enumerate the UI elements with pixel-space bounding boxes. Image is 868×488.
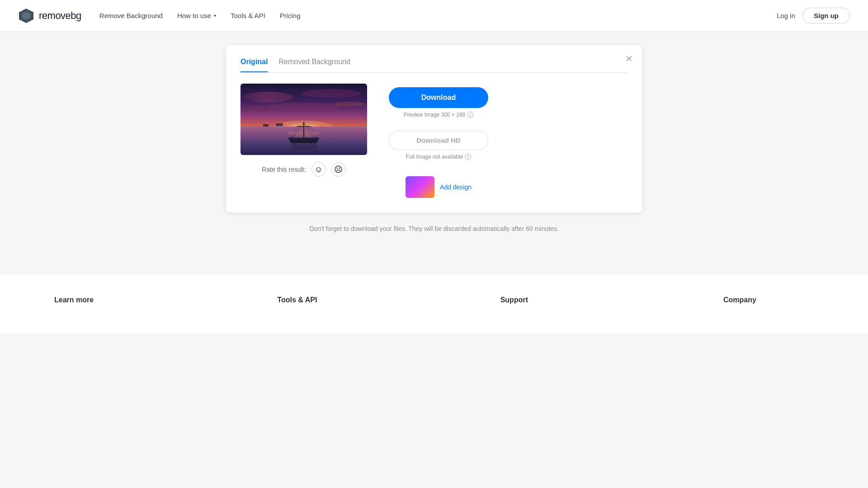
footer-company-title: Company [723, 296, 814, 304]
login-button[interactable]: Log in [777, 12, 795, 19]
main-content: ✕ Original Removed Background [0, 32, 868, 246]
actions-section: Download Preview Image 300 × 168 i Downl… [389, 84, 488, 198]
logo-icon [18, 8, 34, 24]
card-body: Rate this result: ☺ ☹ Download Preview I… [241, 84, 627, 198]
logo-light: bg [71, 10, 81, 21]
sad-rate-button[interactable]: ☹ [331, 162, 346, 177]
notice-text: Don't forget to download your files. The… [309, 225, 558, 232]
image-container [241, 84, 367, 155]
download-button[interactable]: Download [389, 87, 488, 108]
header-right: Log in Sign up [777, 8, 850, 23]
svg-point-7 [241, 106, 277, 111]
preview-info: Preview Image 300 × 168 i [404, 112, 473, 118]
chevron-down-icon: ▾ [214, 13, 216, 18]
nav-how-to-use[interactable]: How to use ▾ [177, 12, 216, 19]
tab-original[interactable]: Original [241, 58, 268, 72]
add-design-link[interactable]: Add design [440, 183, 472, 191]
full-image-info: Full Image not available i [406, 154, 472, 160]
preview-text-label: Preview Image 300 × 168 [404, 112, 465, 118]
nav-remove-background[interactable]: Remove Background [99, 12, 163, 19]
footer-tools-api-title: Tools & API [277, 296, 368, 304]
footer-learn-more-title: Learn more [54, 296, 145, 304]
svg-point-6 [268, 103, 340, 110]
header: removebg Remove Background How to use ▾ … [0, 0, 868, 32]
logo-text: removebg [39, 10, 81, 22]
footer-col-company: Company [723, 296, 814, 311]
logo-bold: remove [39, 10, 71, 21]
footer-col-support: Support [500, 296, 591, 311]
footer-columns: Learn more Tools & API Support Company [54, 296, 814, 311]
result-card: ✕ Original Removed Background [226, 45, 642, 212]
preview-image [241, 84, 367, 155]
footer-support-title: Support [500, 296, 591, 304]
nav-pricing[interactable]: Pricing [280, 12, 301, 19]
signup-button[interactable]: Sign up [802, 8, 850, 23]
main-nav: Remove Background How to use ▾ Tools & A… [99, 12, 301, 19]
svg-rect-19 [263, 124, 269, 127]
logo[interactable]: removebg [18, 8, 81, 24]
tab-bar: Original Removed Background [241, 58, 627, 73]
footer-col-tools-api: Tools & API [277, 296, 368, 311]
rate-label: Rate this result: [262, 166, 306, 173]
download-hd-button[interactable]: Download HD [389, 131, 488, 150]
design-preview-thumbnail [406, 176, 434, 198]
svg-point-5 [302, 89, 360, 98]
footer: Learn more Tools & API Support Company [0, 273, 868, 334]
svg-point-4 [243, 92, 292, 103]
close-button[interactable]: ✕ [625, 54, 633, 63]
preview-info-icon[interactable]: i [467, 112, 473, 118]
svg-point-8 [333, 102, 365, 106]
header-left: removebg Remove Background How to use ▾ … [18, 8, 301, 24]
footer-col-learn-more: Learn more [54, 296, 145, 311]
tab-removed-background[interactable]: Removed Background [278, 58, 350, 72]
add-design-row: Add design [406, 176, 472, 198]
svg-rect-20 [276, 123, 283, 126]
full-image-label: Full Image not available [406, 154, 463, 160]
happy-rate-button[interactable]: ☺ [311, 162, 326, 177]
nav-tools-api[interactable]: Tools & API [231, 12, 265, 19]
image-section: Rate this result: ☺ ☹ [241, 84, 367, 177]
rate-section: Rate this result: ☺ ☹ [262, 162, 345, 177]
full-image-info-icon[interactable]: i [465, 154, 471, 160]
